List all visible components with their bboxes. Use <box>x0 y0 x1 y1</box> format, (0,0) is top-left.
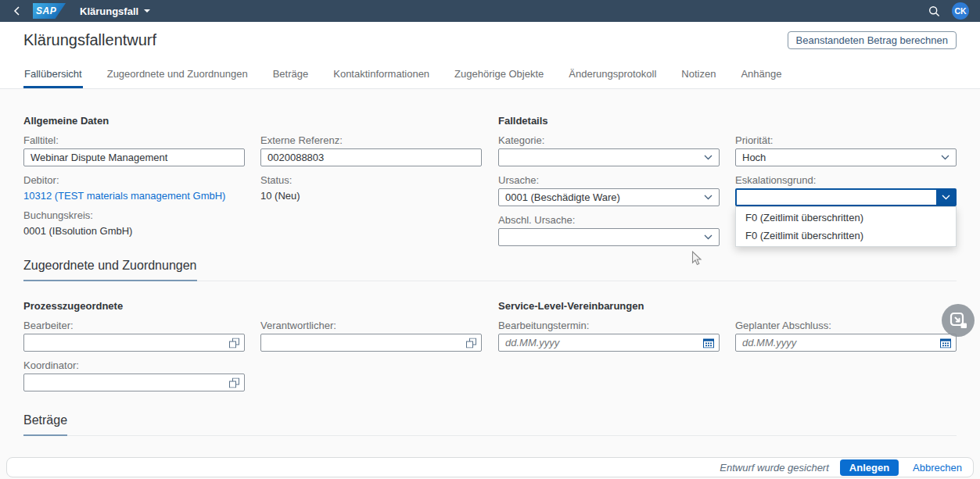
field-geplanter-abschluss: Geplanter Abschluss: <box>735 320 957 352</box>
field-bearbeiter: Bearbeiter: <box>23 320 245 352</box>
debitor-link[interactable]: 10312 (TEST materials management GmbH) <box>23 190 225 202</box>
tab-aenderungsprotokoll[interactable]: Änderungsprotokoll <box>568 63 657 88</box>
anchor-tabbar: Fallübersicht Zugeordnete und Zuordnunge… <box>0 63 980 89</box>
draft-status-text: Entwurf wurde gesichert <box>720 462 828 474</box>
eskalationsgrund-combobox[interactable] <box>735 188 957 206</box>
group-prozesszugeordnete: Prozesszugeordnete Bearbeiter: Verantwor… <box>23 281 482 391</box>
dropdown-option[interactable]: F0 (Zeitlimit überschritten) <box>736 227 956 245</box>
field-buchungskreis: Buchungskreis: 0001 (IBsolution GmbH) <box>23 209 245 237</box>
geplanter-abschluss-label: Geplanter Abschluss: <box>735 320 957 331</box>
status-value: 10 (Neu) <box>260 188 482 202</box>
status-label: Status: <box>260 174 482 186</box>
field-prioritaet: Priorität: Hoch <box>735 134 957 166</box>
prioritaet-select[interactable]: Hoch <box>735 148 957 166</box>
group-falldetails: Falldetails Kategorie: Priorität: Hoch <box>498 89 957 246</box>
footer-toolbar: Entwurf wurde gesichert Anlegen Abbreche… <box>6 457 974 477</box>
chevron-down-icon <box>942 195 950 200</box>
tab-notizen[interactable]: Notizen <box>680 63 716 88</box>
section-header-zugeordnete: Zugeordnete und Zuordnungen <box>23 259 957 281</box>
search-icon[interactable] <box>928 5 940 17</box>
calculate-disputed-amount-button[interactable]: Beanstandeten Betrag berechnen <box>788 31 957 49</box>
value-help-icon[interactable] <box>229 338 239 348</box>
avatar[interactable]: CK <box>952 2 969 20</box>
bearbeitungstermin-input[interactable] <box>498 334 720 352</box>
koordinator-label: Koordinator: <box>23 359 245 371</box>
page-title: Klärungsfallentwurf <box>23 31 156 49</box>
app-title: Klärungsfall <box>80 5 138 17</box>
kategorie-select[interactable] <box>498 148 720 166</box>
abschl-ursache-label: Abschl. Ursache: <box>498 214 720 226</box>
buchungskreis-label: Buchungskreis: <box>23 209 245 221</box>
ursache-value: 0001 (Beschädigte Ware) <box>505 191 620 203</box>
chevron-down-icon <box>704 155 713 160</box>
tab-zugehoerige-objekte[interactable]: Zugehörige Objekte <box>454 63 544 88</box>
chevron-left-icon <box>13 6 20 16</box>
tab-zugeordnete-und-zuordnungen[interactable]: Zugeordnete und Zuordnungen <box>106 63 249 88</box>
bearbeiter-input[interactable] <box>23 334 245 352</box>
page-header: Klärungsfallentwurf Beanstandeten Betrag… <box>0 22 980 89</box>
eskalationsgrund-dropdown-button[interactable] <box>936 190 955 205</box>
group-title-allgemeine-daten: Allgemeine Daten <box>23 115 482 127</box>
anlegen-button[interactable]: Anlegen <box>840 459 899 476</box>
debitor-label: Debitor: <box>23 174 245 186</box>
calendar-icon[interactable] <box>940 338 951 348</box>
bearbeiter-label: Bearbeiter: <box>23 320 245 331</box>
section-title-betraege: Beträge <box>23 413 67 436</box>
kategorie-label: Kategorie: <box>498 134 720 146</box>
screen-share-fab[interactable] <box>942 304 975 337</box>
dropdown-option[interactable]: F0 (Zeitlimit überschritten) <box>736 209 956 227</box>
bearbeitungstermin-label: Bearbeitungstermin: <box>498 320 720 331</box>
falltitel-input[interactable] <box>23 148 245 166</box>
field-debitor: Debitor: 10312 (TEST materials managemen… <box>23 174 245 202</box>
eskalationsgrund-dropdown-list: F0 (Zeitlimit überschritten) F0 (Zeitlim… <box>735 206 957 247</box>
koordinator-input[interactable] <box>23 374 245 391</box>
eskalationsgrund-label: Eskalationsgrund: <box>735 174 957 186</box>
field-abschl-ursache: Abschl. Ursache: <box>498 214 720 246</box>
externe-referenz-label: Externe Referenz: <box>260 134 482 146</box>
tab-falluebersicht[interactable]: Fallübersicht <box>23 63 83 88</box>
ursache-select[interactable]: 0001 (Beschädigte Ware) <box>498 188 720 206</box>
section-title-zugeordnete: Zugeordnete und Zuordnungen <box>23 259 197 281</box>
field-koordinator: Koordinator: <box>23 359 245 391</box>
group-title-prozesszugeordnete: Prozesszugeordnete <box>23 300 482 312</box>
buchungskreis-value: 0001 (IBsolution GmbH) <box>23 223 245 237</box>
geplanter-abschluss-input[interactable] <box>735 334 957 352</box>
chevron-down-icon <box>704 234 713 240</box>
externe-referenz-input[interactable] <box>260 148 482 166</box>
abbrechen-button[interactable]: Abbrechen <box>910 462 965 474</box>
field-falltitel: Falltitel: <box>23 134 245 166</box>
field-ursache: Ursache: 0001 (Beschädigte Ware) <box>498 174 720 206</box>
falltitel-label: Falltitel: <box>23 134 245 146</box>
value-help-icon[interactable] <box>229 377 239 388</box>
shellbar: SAP Klärungsfall CK <box>0 0 980 22</box>
field-eskalationsgrund: Eskalationsgrund: F0 (Zeitlimit überschr… <box>735 174 957 206</box>
section-header-betraege: Beträge <box>23 413 957 436</box>
prioritaet-value: Hoch <box>742 152 766 163</box>
calendar-icon[interactable] <box>703 338 714 348</box>
sap-logo: SAP <box>33 3 66 19</box>
chevron-down-icon <box>704 195 713 200</box>
verantwortlicher-input[interactable] <box>260 334 482 352</box>
tab-anhaenge[interactable]: Anhänge <box>740 63 782 88</box>
value-help-icon[interactable] <box>466 338 476 348</box>
group-allgemeine-daten: Allgemeine Daten Falltitel: Externe Refe… <box>23 89 482 246</box>
group-title-sla: Service-Level-Vereinbarungen <box>498 300 957 312</box>
app-title-menu[interactable]: Klärungsfall <box>80 5 150 17</box>
caret-down-icon <box>144 9 150 13</box>
chevron-down-icon <box>941 155 949 160</box>
group-title-falldetails: Falldetails <box>498 115 957 127</box>
ursache-label: Ursache: <box>498 174 720 186</box>
eskalationsgrund-value <box>737 190 936 205</box>
tab-kontaktinformationen[interactable]: Kontaktinformationen <box>332 63 430 88</box>
field-status: Status: 10 (Neu) <box>260 174 482 202</box>
group-sla: Service-Level-Vereinbarungen Bearbeitung… <box>498 281 957 391</box>
field-kategorie: Kategorie: <box>498 134 720 166</box>
verantwortlicher-label: Verantwortlicher: <box>260 320 482 331</box>
object-page-content: Allgemeine Daten Falltitel: Externe Refe… <box>0 89 980 436</box>
tab-betraege[interactable]: Beträge <box>272 63 310 88</box>
field-externe-referenz: Externe Referenz: <box>260 134 482 166</box>
back-button[interactable] <box>8 2 25 20</box>
abschl-ursache-select[interactable] <box>498 228 720 246</box>
field-verantwortlicher: Verantwortlicher: <box>260 320 482 352</box>
prioritaet-label: Priorität: <box>735 134 957 146</box>
